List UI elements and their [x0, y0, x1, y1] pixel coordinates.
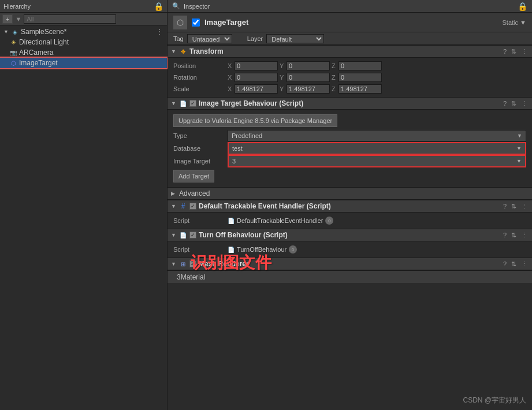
scale-z-input[interactable] [338, 84, 382, 94]
hierarchy-item-dirlight[interactable]: ☀ Directional Light [0, 37, 167, 47]
ry-label: Y [280, 74, 285, 81]
mr-settings-icon[interactable]: ⇅ [510, 260, 518, 268]
deh-checkbox[interactable]: ✓ [189, 203, 196, 210]
rotation-y-field: Y [280, 73, 330, 82]
tob-script-name: TurnOffBehaviour [237, 246, 287, 253]
object-name: ImageTarget [204, 18, 498, 27]
tob-checkbox[interactable]: ✓ [189, 232, 196, 238]
itb-settings-icon[interactable]: ⇅ [510, 100, 518, 107]
sx-label: X [228, 85, 233, 92]
static-label[interactable]: Static ▼ [503, 19, 526, 26]
position-x-input[interactable] [235, 61, 278, 70]
itb-help-icon[interactable]: ? [502, 100, 508, 107]
mr-collapse-arrow: ▼ [171, 261, 177, 267]
mr-more-icon[interactable]: ⋮ [520, 260, 529, 268]
tag-dropdown[interactable]: Untagged [187, 34, 232, 43]
position-z-input[interactable] [338, 61, 382, 70]
itb-title: Image Target Behaviour (Script) [199, 99, 500, 107]
settings-icon[interactable]: ⇅ [510, 48, 518, 55]
tob-body: Script 📄 TurnOffBehaviour ○ [168, 241, 532, 258]
itb-more-icon[interactable]: ⋮ [520, 100, 529, 107]
deh-collapse-arrow: ▼ [171, 203, 177, 209]
tob-help-icon[interactable]: ? [502, 232, 508, 238]
rz-label: Z [332, 74, 337, 81]
help-icon[interactable]: ? [502, 48, 508, 55]
advanced-row[interactable]: ▶ Advanced [168, 187, 532, 200]
deh-body: Script 📄 DefaultTrackableEventHandler ○ [168, 213, 532, 229]
collapse-arrow: ▼ [3, 29, 9, 35]
camera-icon: 📷 [9, 49, 17, 57]
position-fields: X Y Z [228, 61, 526, 70]
upgrade-button[interactable]: Upgrade to Vuforia Engine 8.5.9 via Pack… [173, 114, 337, 127]
database-dropdown[interactable]: test ▼ [228, 142, 526, 155]
position-z-field: Z [332, 61, 382, 70]
deh-actions: ? ⇅ ⋮ [502, 203, 529, 210]
type-arrow: ▼ [517, 133, 522, 139]
inspector-scroll[interactable]: ▼ ✥ Transform ? ⇅ ⋮ Position X [168, 45, 532, 410]
scale-fields: X Y Z [228, 84, 526, 94]
mr-checkbox[interactable]: ✓ [189, 260, 196, 267]
rotation-y-input[interactable] [287, 73, 330, 82]
materials-row[interactable]: 3Material [168, 270, 532, 283]
position-row: Position X Y Z [168, 60, 532, 72]
add-button[interactable]: + [2, 14, 13, 24]
deh-component-header[interactable]: ▼ # ✓ Default Trackable Event Handler (S… [168, 200, 532, 213]
transform-collapse-arrow: ▼ [171, 49, 177, 54]
scale-row: Scale X Y Z [168, 83, 532, 95]
itb-checkbox[interactable]: ✓ [189, 100, 196, 107]
tob-script-ref: 📄 TurnOffBehaviour ○ [228, 245, 526, 254]
hierarchy-item-imagetarget[interactable]: ⬡ ImageTarget [0, 58, 167, 68]
transform-component-header[interactable]: ▼ ✥ Transform ? ⇅ ⋮ [168, 45, 532, 58]
type-label: Type [173, 132, 225, 139]
tob-collapse-arrow: ▼ [171, 232, 177, 238]
tob-circle-btn[interactable]: ○ [289, 245, 297, 254]
imagetarget-dropdown[interactable]: 3 ▼ [228, 155, 526, 167]
tob-more-icon[interactable]: ⋮ [520, 232, 529, 239]
layer-label: Layer [247, 35, 263, 42]
scale-y-input[interactable] [287, 84, 330, 94]
more-icon[interactable]: ⋮ [520, 48, 529, 55]
itb-component-header[interactable]: ▼ 📄 ✓ Image Target Behaviour (Script) ? … [168, 97, 532, 110]
advanced-label: Advanced [179, 189, 210, 197]
deh-circle-btn[interactable]: ○ [325, 217, 333, 225]
inspector-lock-icon[interactable]: 🔒 [518, 2, 527, 11]
rotation-row: Rotation X Y Z [168, 72, 532, 83]
hierarchy-content: ▼ ◈ SampleScene* ⋮ ☀ Directional Light 📷… [0, 25, 167, 410]
target-icon: ⬡ [9, 59, 17, 67]
position-label: Position [173, 62, 225, 69]
mr-component-header[interactable]: ▼ ⊞ ✓ Mesh Renderer ? ⇅ ⋮ [168, 258, 532, 270]
scene-icon: ◈ [11, 28, 19, 36]
search-input[interactable] [24, 14, 116, 24]
layer-dropdown[interactable]: Default [266, 34, 324, 43]
type-dropdown[interactable]: Predefined ▼ [228, 130, 526, 141]
rotation-z-input[interactable] [338, 73, 382, 82]
hierarchy-item-arcamera[interactable]: 📷 ARCamera [0, 47, 167, 58]
position-x-field: X [228, 61, 278, 70]
add-target-button[interactable]: Add Target [173, 170, 214, 182]
database-value: test [232, 145, 243, 152]
inspector-title: Inspector [184, 3, 210, 10]
deh-more-icon[interactable]: ⋮ [520, 203, 529, 210]
itb-actions: ? ⇅ ⋮ [502, 100, 529, 107]
active-checkbox[interactable] [192, 18, 200, 27]
tob-component-header[interactable]: ▼ 📄 ✓ Turn Off Behaviour (Script) ? ⇅ ⋮ [168, 229, 532, 241]
rotation-x-input[interactable] [235, 73, 278, 82]
object-icon-box: ⬡ [173, 16, 187, 29]
scale-x-input[interactable] [235, 84, 278, 94]
deh-help-icon[interactable]: ? [502, 203, 508, 210]
hierarchy-header: Hierarchy 🔒 [0, 0, 167, 13]
tob-settings-icon[interactable]: ⇅ [510, 232, 518, 239]
hierarchy-item-scene[interactable]: ▼ ◈ SampleScene* ⋮ [0, 27, 167, 37]
lock-icon[interactable]: 🔒 [154, 2, 163, 11]
tag-layer-bar: Tag Untagged Layer Default [168, 32, 532, 45]
mr-help-icon[interactable]: ? [502, 260, 508, 267]
arcamera-label: ARCamera [19, 49, 53, 57]
more-button[interactable]: ⋮ [152, 27, 167, 36]
itb-icon: 📄 [179, 99, 187, 107]
tag-label: Tag [173, 35, 184, 42]
deh-icon: # [179, 202, 187, 210]
deh-settings-icon[interactable]: ⇅ [510, 203, 518, 210]
position-y-input[interactable] [287, 61, 330, 70]
watermark: CSDN @宇宙好男人 [463, 396, 526, 405]
sz-label: Z [332, 85, 337, 92]
